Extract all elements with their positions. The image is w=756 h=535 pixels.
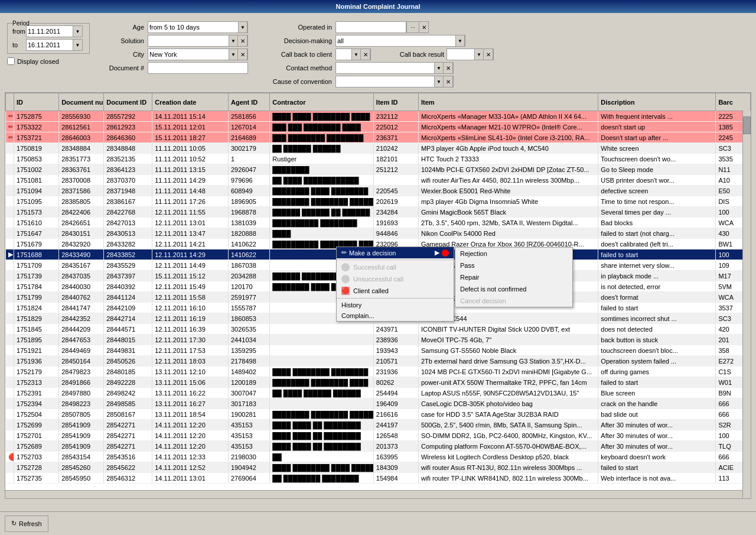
row-arrow: [6, 175, 14, 186]
cell-item: Laptop ASUS n555F, 90N5FC2D8W5A12VD13AU,…: [418, 388, 598, 398]
table-row[interactable]: 1751921284494692844983112.11.2011 17:531…: [6, 345, 751, 356]
solution-dropdown-btn[interactable]: ▼: [229, 35, 238, 46]
table-row[interactable]: 1751081283700082837037011.11.2011 14:299…: [6, 175, 751, 186]
table-row[interactable]: 1752728285452602854562214.11.2011 12:521…: [6, 462, 751, 473]
cell-id: 1752179: [14, 367, 59, 377]
cell-docid: 28498585: [104, 398, 152, 409]
from-date-dropdown[interactable]: ▼: [73, 25, 83, 37]
cell-agent: 1820888: [228, 228, 269, 239]
callback-result-dropdown[interactable]: ▼: [474, 49, 484, 60]
col-docnum-header[interactable]: Document number: [59, 93, 104, 111]
cell-agent: 120170: [228, 281, 269, 292]
col-itemid-header[interactable]: Item ID: [373, 93, 418, 111]
operated-clear-btn[interactable]: ✕: [419, 21, 429, 33]
cell-itemid: 80262: [373, 377, 418, 388]
decision-making-input[interactable]: [336, 37, 455, 45]
horizontal-scrollbar[interactable]: [5, 490, 742, 498]
city-input[interactable]: [148, 50, 229, 59]
cause-dropdown[interactable]: ▼: [434, 76, 444, 87]
submenu-rejection[interactable]: Rejection: [455, 248, 572, 260]
table-row[interactable]: 1751936284501642845052612.11.2011 18:032…: [6, 356, 751, 367]
col-contractor-header[interactable]: Contractor: [270, 93, 374, 111]
table-row[interactable]: 1752391284978802849824213.11.2011 16:223…: [6, 388, 751, 398]
contact-dropdown[interactable]: ▼: [434, 63, 444, 73]
cell-date: 12.11.2011 15:58: [152, 292, 229, 303]
menu-client-called[interactable]: 🔴 Client called: [337, 285, 454, 297]
menu-complain[interactable]: Complain...: [337, 310, 454, 321]
scroll-thumb[interactable]: [743, 116, 751, 134]
row-arrow: [6, 196, 14, 207]
cell-id: 1751573: [14, 207, 59, 218]
submenu-pass[interactable]: Pass: [455, 260, 572, 271]
table-row[interactable]: 1752504285078052850816713.11.2011 18:541…: [6, 409, 751, 420]
vertical-scrollbar[interactable]: [742, 111, 751, 498]
solution-clear-btn[interactable]: ✕: [238, 35, 247, 46]
col-id-header[interactable]: ID: [14, 93, 59, 111]
cell-id: 1753322: [14, 122, 59, 132]
col-item-header[interactable]: Item: [418, 93, 598, 111]
table-row[interactable]: ✏✕1753721286460032864636015.11.2011 18:2…: [6, 132, 751, 143]
row-arrow: [6, 207, 14, 218]
table-row[interactable]: 1751647284301512843051312.11.2011 13:471…: [6, 228, 751, 239]
cause-clear[interactable]: ✕: [444, 76, 453, 87]
city-dropdown-btn[interactable]: ▼: [229, 49, 238, 60]
row-arrow: [6, 186, 14, 196]
age-input[interactable]: [148, 23, 238, 31]
cell-date: 14.11.2011 12:20: [152, 420, 229, 430]
table-row[interactable]: 1751845284442092844457112.11.2011 16:393…: [6, 324, 751, 335]
table-row[interactable]: 1751094283715862837194811.11.2011 14:486…: [6, 186, 751, 196]
table-row[interactable]: 1752699285419092854227114.11.2011 12:204…: [6, 420, 751, 430]
client-called-label: Client called: [353, 287, 389, 294]
table-row[interactable]: 1750819283488842834884811.11.2011 10:053…: [6, 143, 751, 154]
city-clear-btn[interactable]: ✕: [238, 49, 247, 60]
operated-browse-btn[interactable]: ···: [406, 21, 419, 33]
cell-item: 1024Mb PCI-E GTX560 2xDVI 2xHDMI DP [Zot…: [418, 164, 598, 175]
table-row[interactable]: 1751095283858052838616711.11.2011 17:261…: [6, 196, 751, 207]
solution-input[interactable]: [148, 37, 229, 45]
table-row[interactable]: 1752735285459502854631214.11.2011 13:012…: [6, 473, 751, 484]
table-row[interactable]: 1752701285419092854227114.11.2011 12:204…: [6, 430, 751, 441]
submenu-repair[interactable]: Repair: [455, 271, 572, 283]
cell-item: wifi router AirTies Air 4450, 802.11n wi…: [418, 175, 598, 186]
document-num-input[interactable]: [148, 64, 247, 72]
cell-date: 12.11.2011 17:53: [152, 345, 229, 356]
row-arrow: [6, 367, 14, 377]
cause-label: Cause of convention: [261, 78, 332, 85]
decision-making-dropdown[interactable]: ▼: [455, 35, 465, 46]
cell-docid: 28364123: [104, 164, 152, 175]
table-row[interactable]: 1750853283517732835213511.11.2011 10:521…: [6, 154, 751, 164]
contact-clear[interactable]: ✕: [444, 63, 453, 73]
table-row[interactable]: 1752689285419092854227114.11.2011 12:204…: [6, 441, 751, 452]
table-row[interactable]: 1752394284982232849858513.11.2011 16:273…: [6, 398, 751, 409]
col-docid-header[interactable]: Document ID: [104, 93, 152, 111]
table-row[interactable]: ✏✕1752875285569302855729214.11.2011 15:1…: [6, 111, 751, 122]
submenu-defect[interactable]: Defect is not confirmed: [455, 283, 572, 295]
table-row[interactable]: 1751610284266512842701312.11.2011 13:011…: [6, 218, 751, 228]
cell-id: 1751895: [14, 335, 59, 345]
to-date-dropdown[interactable]: ▼: [73, 39, 83, 51]
table-row[interactable]: 1751895284476532844801512.11.2011 17:302…: [6, 335, 751, 345]
table-row[interactable]: 1752313284918662849222813.11.2011 15:061…: [6, 377, 751, 388]
cell-id: 1753721: [14, 132, 59, 143]
callback-clear[interactable]: ✕: [361, 49, 370, 60]
cell-desc: After 30 minutes of wor...: [598, 430, 716, 441]
table-row[interactable]: ✏✕1753322286125612861292315.11.2011 12:0…: [6, 122, 751, 132]
table-row[interactable]: 1751573284224062842276812.11.2011 11:551…: [6, 207, 751, 218]
table-row[interactable]: 🔴✓1752703285431542854351614.11.2011 12:3…: [6, 452, 751, 462]
menu-history[interactable]: History: [337, 300, 454, 310]
display-closed-checkbox[interactable]: [7, 57, 15, 65]
refresh-button[interactable]: ↻ Refresh: [5, 515, 48, 532]
col-agent-header[interactable]: Agent ID: [228, 93, 269, 111]
callback-dropdown[interactable]: ▼: [351, 49, 361, 60]
table-row[interactable]: 1751002283637612836412311.11.2011 13:152…: [6, 164, 751, 175]
to-date-input[interactable]: 16.11.2011: [26, 39, 73, 51]
col-desc-header[interactable]: Discription: [598, 93, 716, 111]
col-barc-header[interactable]: Barc: [716, 93, 751, 111]
age-dropdown-btn[interactable]: ▼: [238, 22, 247, 33]
callback-result-clear[interactable]: ✕: [484, 49, 493, 60]
cell-item: MicroXperts «SlimLine SL41-10» (Intel Co…: [418, 132, 598, 143]
col-date-header[interactable]: Creation date: [152, 93, 229, 111]
from-date-input[interactable]: 11.11.2011: [26, 25, 73, 37]
row-arrow: [6, 303, 14, 313]
table-row[interactable]: 1752179284798232848018513.11.2011 12:101…: [6, 367, 751, 377]
